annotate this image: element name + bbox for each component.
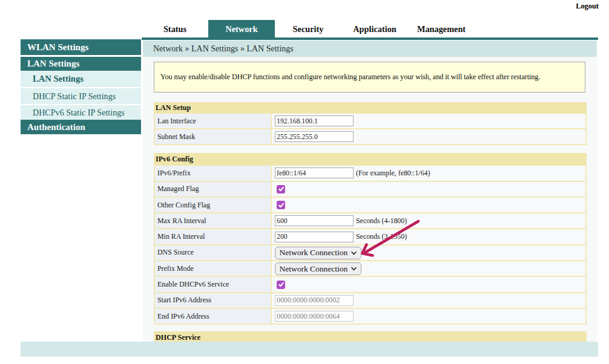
row-label: Enable DHCPv6 Service [155, 277, 272, 291]
table-row: IPv6/Prefix (For example, fe80::1/64) [155, 166, 585, 181]
tab-network[interactable]: Network [208, 20, 275, 39]
table-row: Max RA Interval Seconds (4-1800) [155, 212, 585, 228]
table-row: Lan Interface [155, 114, 585, 128]
ipv6-prefix-input[interactable] [275, 167, 354, 178]
row-label: IPv6/Prefix [155, 166, 272, 181]
tab-security[interactable]: Security [275, 21, 341, 37]
table-row: Min RA Interval Seconds (3-1350) [155, 228, 585, 244]
check-icon [278, 186, 285, 192]
prefix-mode-selected-value: Network Connection [280, 264, 348, 274]
table-row: Enable DHCPv6 Service [155, 276, 585, 291]
sidebar-item-dhcpv6-static-ip-settings[interactable]: DHCPv6 Static IP Settings [21, 105, 141, 120]
row-label: Start IPv6 Address [155, 293, 272, 308]
min-ra-interval-input[interactable] [275, 232, 354, 242]
table-row: DNS Source Network Connection [155, 244, 585, 260]
max-ra-interval-input[interactable] [275, 215, 354, 226]
table-row: End IPv6 Address [155, 308, 585, 323]
notice-box: You may enable/disable DHCP functions an… [154, 62, 585, 93]
table-row: Managed Flag [155, 181, 585, 197]
sidebar-item-lan-settings[interactable]: LAN Settings [21, 71, 141, 88]
notice-text: You may enable/disable DHCP functions an… [160, 73, 540, 82]
section-lan-setup: LAN Setup Lan Interface Subnet Mask [154, 102, 587, 145]
sidebar-item-wlan-settings[interactable]: WLAN Settings [21, 39, 141, 55]
managed-flag-checkbox[interactable] [277, 185, 285, 193]
row-label: Other Config Flag [155, 198, 272, 212]
row-label: Subnet Mask [155, 129, 272, 144]
table-row: Prefix Mode Network Connection [155, 260, 585, 276]
check-icon [278, 202, 285, 209]
sidebar: WLAN Settings LAN Settings LAN Settings … [21, 39, 141, 134]
sidebar-item-dhcp-static-ip-settings[interactable]: DHCP Static IP Settings [21, 88, 141, 105]
section-title-lan-setup: LAN Setup [154, 102, 587, 114]
max-ra-interval-unit: Seconds (4-1800) [356, 216, 407, 226]
dns-source-selected-value: Network Connection [280, 248, 348, 258]
other-config-flag-checkbox[interactable] [277, 201, 285, 209]
chevron-down-icon [351, 251, 357, 255]
row-label: DNS Source [155, 245, 272, 260]
section-ipv6-config: IPv6 Config IPv6/Prefix (For example, fe… [154, 153, 587, 325]
enable-dhcpv6-service-checkbox[interactable] [277, 281, 285, 289]
chevron-down-icon [351, 267, 357, 271]
row-label: Managed Flag [155, 182, 272, 197]
prefix-mode-select[interactable]: Network Connection [275, 262, 361, 275]
row-label: End IPv6 Address [155, 309, 272, 323]
sidebar-item-lan-settings-group[interactable]: LAN Settings [21, 57, 141, 71]
sidebar-item-authentication[interactable]: Authentication [21, 120, 141, 134]
start-ipv6-address-input[interactable] [275, 295, 354, 306]
subnet-mask-input[interactable] [275, 131, 354, 142]
tab-underline [142, 37, 598, 40]
table-row: Start IPv6 Address [155, 292, 585, 308]
tab-bar: Status Network Security Application Mana… [142, 21, 475, 37]
logout-link[interactable]: Logout [576, 2, 599, 11]
breadcrumb: Network » LAN Settings » LAN Settings [143, 41, 597, 57]
lan-interface-input[interactable] [275, 115, 354, 126]
row-label: Min RA Interval [155, 229, 272, 244]
table-row: Other Config Flag [155, 197, 585, 212]
ipv6-prefix-example: (For example, fe80::1/64) [356, 169, 430, 178]
tab-application[interactable]: Application [341, 21, 408, 37]
end-ipv6-address-input[interactable] [275, 311, 354, 322]
footer-bar [21, 342, 598, 357]
section-title-ipv6-config: IPv6 Config [154, 153, 587, 166]
tab-status[interactable]: Status [142, 21, 208, 37]
tab-management[interactable]: Management [408, 21, 475, 37]
row-label: Lan Interface [155, 114, 272, 128]
dns-source-select[interactable]: Network Connection [275, 247, 361, 259]
min-ra-interval-unit: Seconds (3-1350) [356, 232, 407, 241]
row-label: Max RA Interval [155, 213, 272, 228]
table-row: Subnet Mask [155, 128, 585, 144]
row-label: Prefix Mode [155, 261, 272, 276]
check-icon [278, 281, 285, 288]
